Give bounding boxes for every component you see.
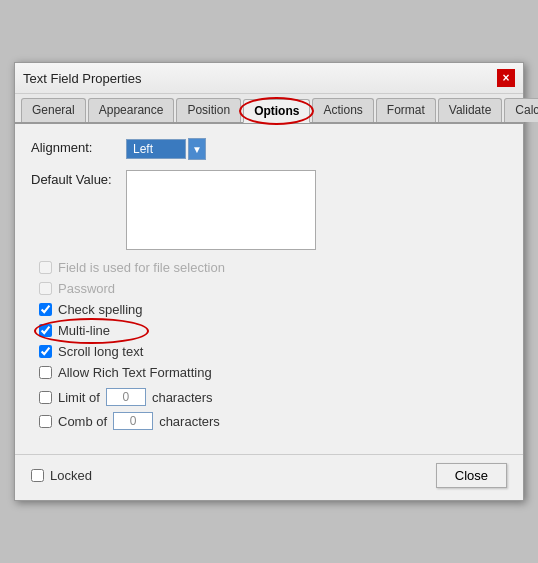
default-value-row: Default Value: bbox=[31, 170, 507, 250]
locked-label: Locked bbox=[50, 468, 92, 483]
footer-left: Locked bbox=[31, 468, 92, 483]
tab-general[interactable]: General bbox=[21, 98, 86, 122]
window-close-button[interactable]: × bbox=[497, 69, 515, 87]
rich-text-label: Allow Rich Text Formatting bbox=[58, 365, 212, 380]
alignment-select-container: Left ▼ bbox=[126, 138, 206, 160]
alignment-label: Alignment: bbox=[31, 138, 126, 155]
file-selection-label: Field is used for file selection bbox=[58, 260, 225, 275]
tab-position[interactable]: Position bbox=[176, 98, 241, 122]
scroll-long-text-label: Scroll long text bbox=[58, 344, 143, 359]
dialog: Text Field Properties × General Appearan… bbox=[14, 62, 524, 501]
alignment-row: Alignment: Left ▼ bbox=[31, 138, 507, 160]
tab-content: Alignment: Left ▼ Default Value: Field i… bbox=[15, 124, 523, 450]
check-spelling-label: Check spelling bbox=[58, 302, 143, 317]
dialog-title: Text Field Properties bbox=[23, 71, 142, 86]
check-spelling-checkbox[interactable] bbox=[39, 303, 52, 316]
tab-bar: General Appearance Position Options Acti… bbox=[15, 94, 523, 124]
multiline-wrapper: Multi-line bbox=[39, 323, 110, 338]
password-label: Password bbox=[58, 281, 115, 296]
checkbox-row-rich-text: Allow Rich Text Formatting bbox=[31, 365, 507, 380]
title-bar: Text Field Properties × bbox=[15, 63, 523, 94]
tab-actions[interactable]: Actions bbox=[312, 98, 373, 122]
comb-suffix: characters bbox=[159, 414, 220, 429]
default-value-label: Default Value: bbox=[31, 170, 126, 187]
limit-label: Limit of bbox=[58, 390, 100, 405]
alignment-select[interactable]: Left bbox=[126, 139, 186, 159]
checkbox-row-scroll-long-text: Scroll long text bbox=[31, 344, 507, 359]
checkbox-row-check-spelling: Check spelling bbox=[31, 302, 507, 317]
multiline-label: Multi-line bbox=[58, 323, 110, 338]
rich-text-checkbox[interactable] bbox=[39, 366, 52, 379]
limit-suffix: characters bbox=[152, 390, 213, 405]
scroll-long-text-checkbox[interactable] bbox=[39, 345, 52, 358]
limit-row: Limit of characters bbox=[31, 388, 507, 406]
checkbox-row-multiline: Multi-line bbox=[31, 323, 507, 338]
comb-checkbox[interactable] bbox=[39, 415, 52, 428]
checkboxes-section: Field is used for file selection Passwor… bbox=[31, 260, 507, 380]
tab-validate[interactable]: Validate bbox=[438, 98, 502, 122]
password-checkbox[interactable] bbox=[39, 282, 52, 295]
footer: Locked Close bbox=[15, 454, 523, 500]
locked-checkbox[interactable] bbox=[31, 469, 44, 482]
tab-calculate[interactable]: Calculate bbox=[504, 98, 538, 122]
limit-input[interactable] bbox=[106, 388, 146, 406]
tab-appearance[interactable]: Appearance bbox=[88, 98, 175, 122]
checkbox-row-password: Password bbox=[31, 281, 507, 296]
checkbox-row-file-selection: Field is used for file selection bbox=[31, 260, 507, 275]
tab-format[interactable]: Format bbox=[376, 98, 436, 122]
close-button[interactable]: Close bbox=[436, 463, 507, 488]
multiline-checkbox[interactable] bbox=[39, 324, 52, 337]
limit-checkbox[interactable] bbox=[39, 391, 52, 404]
tab-options[interactable]: Options bbox=[243, 99, 310, 123]
comb-label: Comb of bbox=[58, 414, 107, 429]
comb-row: Comb of characters bbox=[31, 412, 507, 430]
alignment-dropdown-arrow[interactable]: ▼ bbox=[188, 138, 206, 160]
file-selection-checkbox[interactable] bbox=[39, 261, 52, 274]
comb-input[interactable] bbox=[113, 412, 153, 430]
default-value-input[interactable] bbox=[126, 170, 316, 250]
